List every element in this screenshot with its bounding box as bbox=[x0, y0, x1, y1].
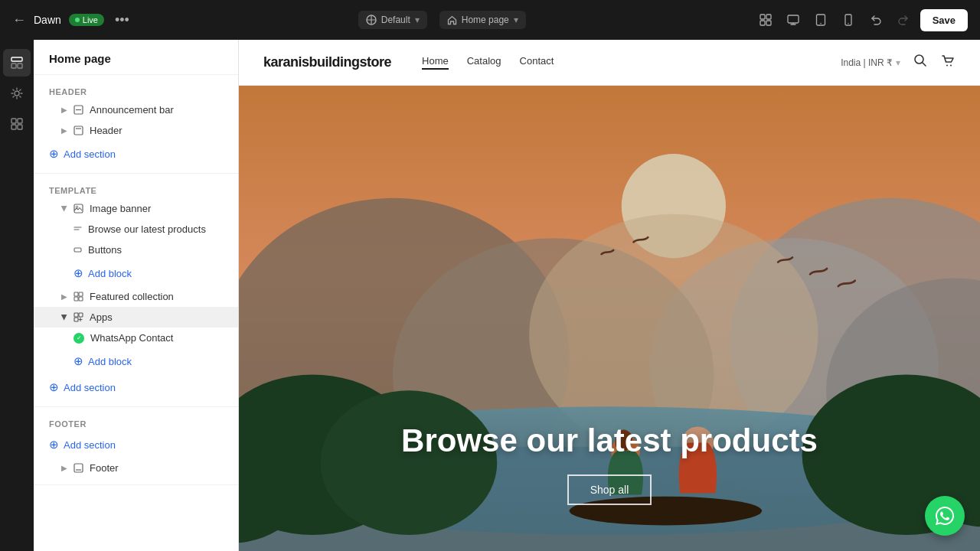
svg-rect-12 bbox=[18, 64, 22, 68]
hero-banner: Browse our latest products Shop all bbox=[239, 86, 980, 551]
add-block-banner-plus-icon: ⊕ bbox=[74, 266, 83, 280]
settings-nav-item[interactable] bbox=[3, 80, 31, 107]
footer-label: Footer bbox=[90, 462, 223, 474]
footer-chevron-icon: ▶ bbox=[61, 464, 67, 472]
browse-products-label: Browse our latest products bbox=[88, 223, 223, 235]
template-group-label: Template bbox=[34, 180, 238, 198]
footer-group-label: Footer bbox=[34, 413, 238, 432]
sections-nav-item[interactable] bbox=[3, 49, 31, 77]
text-block-icon bbox=[74, 225, 82, 233]
shop-all-button[interactable]: Shop all bbox=[567, 474, 652, 505]
add-block-banner-label: Add block bbox=[88, 268, 132, 279]
theme-label: Default bbox=[381, 15, 410, 25]
more-menu-button[interactable]: ••• bbox=[115, 12, 129, 28]
store-nav-catalog[interactable]: Catalog bbox=[467, 55, 501, 70]
sidebar: Home page Header ▶ Announcement bar ▶ He… bbox=[34, 40, 239, 551]
page-label: Home page bbox=[462, 15, 509, 25]
svg-rect-25 bbox=[74, 292, 78, 296]
desktop-icon bbox=[787, 14, 799, 26]
svg-point-23 bbox=[76, 206, 77, 207]
svg-point-34 bbox=[915, 55, 923, 64]
footer-section-group: Footer ⊕ Add section ▶ Footer bbox=[34, 407, 238, 485]
sections-icon bbox=[10, 56, 24, 70]
sidebar-item-apps[interactable]: ▶ Apps bbox=[34, 307, 238, 328]
add-section-header-button[interactable]: ⊕ Add section bbox=[34, 141, 238, 167]
layout-icon-button[interactable] bbox=[755, 9, 776, 31]
sidebar-item-featured-collection[interactable]: ▶ Featured collection bbox=[34, 286, 238, 307]
topbar: ← Dawn Live ••• Default ▾ Home page ▾ bbox=[0, 0, 980, 40]
live-badge: Live bbox=[69, 14, 104, 26]
hero-content: Browse our latest products Shop all bbox=[239, 422, 980, 505]
undo-icon bbox=[870, 14, 882, 26]
store-nav-contact[interactable]: Contact bbox=[520, 55, 554, 70]
layout-icon bbox=[760, 14, 772, 26]
region-chevron-icon: ▾ bbox=[896, 57, 900, 68]
theme-chevron-icon: ▾ bbox=[415, 15, 420, 25]
header-section-group: Header ▶ Announcement bar ▶ Header ⊕ Add… bbox=[34, 75, 238, 174]
svg-rect-31 bbox=[74, 318, 78, 321]
template-section-group: Template ▶ Image banner Browse our lates… bbox=[34, 174, 238, 407]
add-section-template-button[interactable]: ⊕ Add section bbox=[34, 374, 238, 400]
store-search-icon[interactable] bbox=[913, 53, 928, 72]
store-logo: karanisbuildingstore bbox=[263, 54, 391, 70]
back-icon[interactable]: ← bbox=[12, 12, 26, 28]
svg-point-13 bbox=[15, 91, 19, 96]
save-button[interactable]: Save bbox=[920, 9, 968, 31]
svg-rect-17 bbox=[18, 125, 22, 129]
store-region[interactable]: India | INR ₹ ▾ bbox=[841, 57, 900, 68]
svg-rect-10 bbox=[11, 57, 22, 61]
add-section-footer-label: Add section bbox=[64, 439, 116, 451]
icon-bar bbox=[0, 40, 34, 551]
announcement-bar-chevron-icon: ▶ bbox=[61, 106, 67, 114]
sidebar-item-buttons[interactable]: Buttons bbox=[34, 240, 238, 260]
live-label: Live bbox=[83, 15, 98, 24]
svg-rect-5 bbox=[788, 15, 799, 23]
sidebar-item-header[interactable]: ▶ Header bbox=[34, 120, 238, 141]
sidebar-item-announcement-bar[interactable]: ▶ Announcement bar bbox=[34, 99, 238, 120]
whatsapp-icon: ✓ bbox=[74, 333, 84, 344]
apps-label: Apps bbox=[90, 311, 223, 323]
gear-icon bbox=[10, 86, 24, 100]
svg-rect-1 bbox=[760, 15, 765, 19]
add-section-template-plus-icon: ⊕ bbox=[49, 380, 59, 394]
sidebar-item-whatsapp[interactable]: ✓ WhatsApp Contact bbox=[34, 328, 238, 348]
svg-rect-26 bbox=[79, 292, 83, 296]
store-nav-links: Home Catalog Contact bbox=[422, 55, 841, 70]
sidebar-item-footer[interactable]: ▶ Footer bbox=[34, 458, 238, 478]
preview-pane: karanisbuildingstore Home Catalog Contac… bbox=[239, 40, 980, 551]
tablet-view-button[interactable] bbox=[810, 9, 831, 31]
buttons-label: Buttons bbox=[88, 244, 223, 256]
store-cart-icon[interactable] bbox=[940, 53, 956, 72]
image-banner-icon bbox=[74, 204, 83, 214]
sidebar-title: Home page bbox=[34, 40, 238, 75]
sidebar-item-image-banner[interactable]: ▶ Image banner bbox=[34, 198, 238, 219]
apps-chevron-icon: ▶ bbox=[60, 315, 69, 321]
add-block-banner-button[interactable]: ⊕ Add block bbox=[34, 260, 238, 286]
svg-rect-2 bbox=[766, 15, 771, 19]
blocks-icon bbox=[10, 117, 24, 131]
tablet-icon bbox=[815, 14, 827, 26]
add-block-apps-plus-icon: ⊕ bbox=[74, 354, 83, 368]
add-block-apps-button[interactable]: ⊕ Add block bbox=[34, 348, 238, 374]
store-name: Dawn bbox=[34, 14, 61, 26]
mobile-view-button[interactable] bbox=[838, 9, 859, 31]
blocks-nav-item[interactable] bbox=[3, 110, 31, 138]
page-selector[interactable]: Home page ▾ bbox=[439, 11, 526, 29]
svg-point-7 bbox=[820, 23, 822, 24]
header-group-label: Header bbox=[34, 81, 238, 99]
theme-selector[interactable]: Default ▾ bbox=[358, 11, 427, 29]
add-section-footer-button[interactable]: ⊕ Add section bbox=[34, 432, 238, 458]
svg-rect-27 bbox=[74, 297, 78, 301]
home-icon bbox=[447, 15, 457, 25]
redo-button[interactable] bbox=[893, 9, 914, 31]
store-nav-home[interactable]: Home bbox=[422, 55, 449, 70]
whatsapp-fab[interactable] bbox=[925, 496, 965, 536]
svg-rect-20 bbox=[74, 126, 83, 135]
page-chevron-icon: ▾ bbox=[514, 15, 518, 25]
store-nav-right: India | INR ₹ ▾ bbox=[841, 53, 956, 72]
undo-button[interactable] bbox=[865, 9, 887, 31]
sidebar-item-browse-products[interactable]: Browse our latest products bbox=[34, 219, 238, 240]
hero-title: Browse our latest products bbox=[239, 422, 980, 459]
desktop-view-button[interactable] bbox=[782, 9, 804, 31]
add-section-footer-plus-icon: ⊕ bbox=[49, 438, 59, 452]
